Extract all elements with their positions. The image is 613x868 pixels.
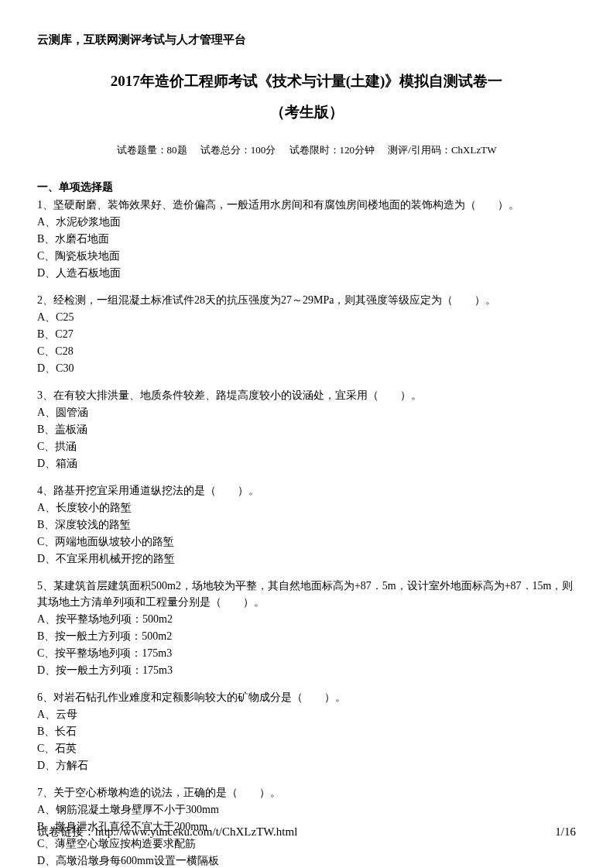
meta-score: 试卷总分：100分 — [200, 144, 276, 156]
question: 1、坚硬耐磨、装饰效果好、造价偏高，一般适用水房间和有腐蚀房间楼地面的装饰构造为… — [37, 197, 576, 281]
question-option: D、按一般土方列项：175m3 — [37, 662, 576, 678]
question-option: B、C27 — [37, 326, 576, 342]
question-option: C、陶瓷板块地面 — [37, 248, 576, 264]
question-option: D、人造石板地面 — [37, 265, 576, 281]
question-option: D、箱涵 — [37, 455, 576, 472]
question-option: D、C30 — [37, 360, 576, 376]
meta-count: 试卷题量：80题 — [117, 144, 187, 156]
question-option: B、盖板涵 — [37, 421, 576, 437]
footer-page: 1/16 — [555, 823, 576, 841]
question: 5、某建筑首层建筑面积500m2，场地较为平整，其自然地面标高为+87．5m，设… — [37, 578, 576, 678]
question-option: C、C28 — [37, 343, 576, 359]
question-option: A、圆管涵 — [37, 404, 576, 420]
question-text: 5、某建筑首层建筑面积500m2，场地较为平整，其自然地面标高为+87．5m，设… — [37, 578, 576, 610]
question-text: 4、路基开挖宜采用通道纵挖法的是（ ）。 — [37, 482, 576, 499]
question-option: B、长石 — [37, 723, 576, 739]
question-option: A、云母 — [37, 706, 576, 722]
question-option: D、方解石 — [37, 757, 576, 774]
question-option: A、钢筋混凝土墩身壁厚不小于300mm — [37, 801, 576, 818]
question-option: C、按平整场地列项：175m3 — [37, 645, 576, 661]
page-header: 云测库，互联网测评考试与人才管理平台 — [37, 31, 576, 49]
question-option: B、深度较浅的路堑 — [37, 516, 576, 533]
question: 6、对岩石钻孔作业难度和定额影响较大的矿物成分是（ ）。A、云母B、长石C、石英… — [37, 689, 576, 774]
question: 3、在有较大排洪量、地质条件较差、路堤高度较小的设涵处，宜采用（ ）。A、圆管涵… — [37, 387, 576, 472]
exam-meta: 试卷题量：80题 试卷总分：100分 试卷限时：120分钟 测评/引用码：ChX… — [37, 142, 576, 158]
question-option: D、高墩沿墩身每600mm设置一横隔板 — [37, 853, 576, 868]
meta-code: 测评/引用码：ChXLzTW — [388, 144, 496, 156]
exam-title: 2017年造价工程师考试《技术与计量(土建)》模拟自测试卷一 — [37, 70, 576, 93]
question-option: A、按平整场地列项：500m2 — [37, 611, 576, 627]
question-text: 6、对岩石钻孔作业难度和定额影响较大的矿物成分是（ ）。 — [37, 689, 576, 705]
question-option: A、长度较小的路堑 — [37, 499, 576, 516]
question-option: D、不宜采用机械开挖的路堑 — [37, 551, 576, 567]
question: 4、路基开挖宜采用通道纵挖法的是（ ）。A、长度较小的路堑B、深度较浅的路堑C、… — [37, 482, 576, 567]
page-footer: 试卷链接：http://www.yunceku.com/t/ChXLzTW.ht… — [37, 823, 576, 841]
meta-time: 试卷限时：120分钟 — [289, 144, 375, 156]
footer-link: 试卷链接：http://www.yunceku.com/t/ChXLzTW.ht… — [37, 823, 297, 841]
question-text: 7、关于空心桥墩构造的说法，正确的是（ ）。 — [37, 784, 576, 801]
question-option: C、石英 — [37, 740, 576, 756]
question-text: 1、坚硬耐磨、装饰效果好、造价偏高，一般适用水房间和有腐蚀房间楼地面的装饰构造为… — [37, 197, 576, 213]
question-option: C、两端地面纵坡较小的路堑 — [37, 533, 576, 550]
question-option: C、拱涵 — [37, 438, 576, 455]
question-text: 3、在有较大排洪量、地质条件较差、路堤高度较小的设涵处，宜采用（ ）。 — [37, 387, 576, 403]
section-title: 一、单项选择题 — [37, 179, 576, 195]
question-option: B、按一般土方列项：500m2 — [37, 628, 576, 644]
question-text: 2、经检测，一组混凝土标准试件28天的抗压强度为27～29MPa，则其强度等级应… — [37, 292, 576, 308]
question-option: A、水泥砂浆地面 — [37, 214, 576, 230]
question: 2、经检测，一组混凝土标准试件28天的抗压强度为27～29MPa，则其强度等级应… — [37, 292, 576, 376]
question-option: A、C25 — [37, 309, 576, 325]
question-option: B、水磨石地面 — [37, 231, 576, 247]
exam-subtitle: （考生版） — [37, 101, 576, 124]
